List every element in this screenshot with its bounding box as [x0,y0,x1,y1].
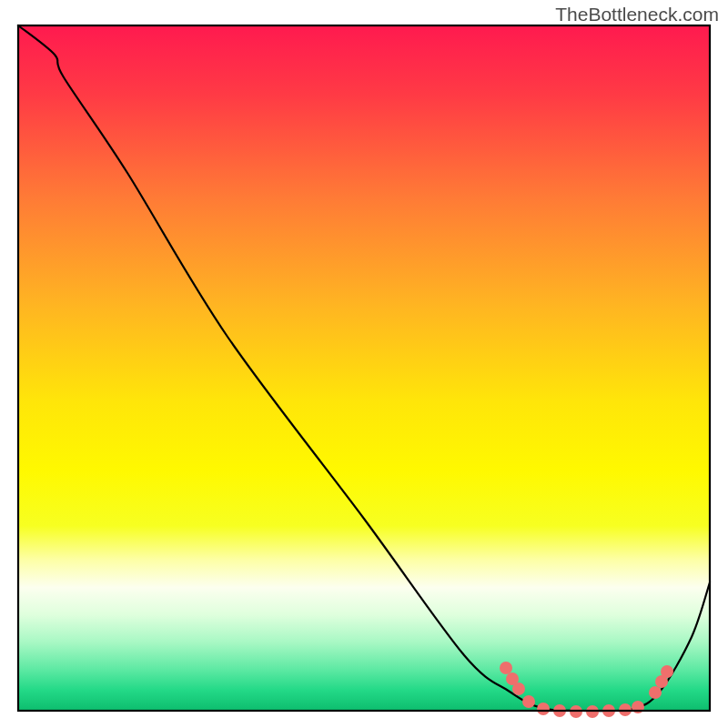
highlight-dot [522,695,535,708]
watermark-text: TheBottleneck.com [555,4,719,25]
highlight-dot [661,665,673,678]
highlight-dot [512,682,525,695]
bottleneck-chart [0,0,728,728]
highlight-dot [649,686,662,699]
highlight-dot [537,703,550,715]
highlight-dot [500,662,512,674]
chart-container: TheBottleneck.com [0,0,728,728]
plot-background [18,25,710,711]
